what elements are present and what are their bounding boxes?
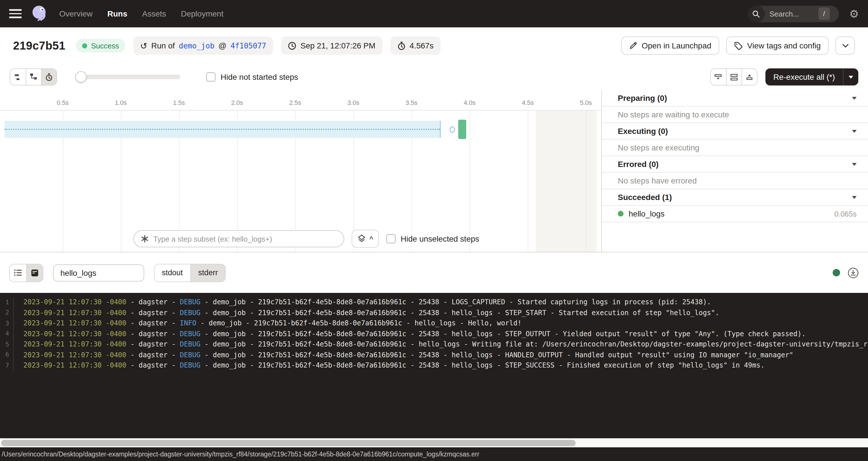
expand-panel-button[interactable] — [742, 69, 757, 85]
caret-down-icon — [852, 196, 857, 198]
raw-log-view-button[interactable] — [26, 264, 43, 281]
log-line: 62023-09-21 12:07:30 -0400 - dagster - D… — [0, 349, 868, 360]
open-in-launchpad-button[interactable]: Open in Launchpad — [621, 36, 719, 55]
view-tags-config-button[interactable]: View tags and config — [726, 36, 829, 55]
gantt-zoom-slider[interactable] — [76, 71, 180, 83]
step-subset-inputbox[interactable] — [133, 230, 344, 247]
nav-item-deployment[interactable]: Deployment — [181, 9, 223, 18]
timestamp-chip: Sep 21, 12:07:26 PM — [281, 36, 382, 55]
reexecute-all-button[interactable]: Re-execute all (*) — [766, 68, 843, 86]
run-of-at: @ — [219, 41, 226, 50]
nav-item-overview[interactable]: Overview — [59, 9, 93, 18]
log-timestamp: 2023-09-21 12:07:30 -0400 — [23, 309, 126, 317]
panel-section-header[interactable]: Preparing (0) — [602, 90, 868, 106]
waiting-dotted-line — [5, 129, 440, 130]
caret-down-icon — [852, 130, 857, 132]
hide-not-started-checkbox[interactable] — [206, 72, 215, 82]
split-panel-button[interactable] — [726, 69, 742, 85]
log-line-text: 2023-09-21 12:07:30 -0400 - dagster - DE… — [14, 330, 806, 338]
log-line: 12023-09-21 12:07:30 -0400 - dagster - D… — [0, 297, 868, 307]
dagster-logo-icon[interactable] — [30, 4, 49, 23]
waterfall-view-button[interactable] — [26, 69, 41, 85]
layers-icon — [358, 234, 366, 243]
log-line-number: 2 — [0, 307, 14, 318]
search-input[interactable] — [769, 9, 818, 18]
panel-empty-message: No steps have errored — [602, 173, 868, 189]
panel-section-header[interactable]: Executing (0) — [602, 123, 868, 140]
gantt-time-axis: 0.5s1.0s1.5s2.0s2.5s3.0s3.5s4.0s4.5s5.0s — [0, 90, 601, 111]
slider-knob[interactable] — [75, 71, 87, 83]
step-subset-row: ^ Hide unselected steps — [133, 229, 479, 248]
flat-view-button[interactable] — [10, 69, 26, 85]
log-file-path: /Users/erincochran/Desktop/dagster-examp… — [2, 451, 479, 458]
duration-view-button[interactable] — [41, 69, 56, 85]
log-line-text: 2023-09-21 12:07:30 -0400 - dagster - DE… — [14, 340, 868, 348]
log-timestamp: 2023-09-21 12:07:30 -0400 — [23, 362, 126, 370]
gear-icon[interactable]: ⚙ — [849, 8, 859, 19]
panel-section-header[interactable]: Errored (0) — [602, 156, 868, 173]
axis-tick: 4.0s — [453, 99, 487, 106]
nav-item-runs[interactable]: Runs — [107, 9, 127, 18]
hamburger-menu-icon[interactable] — [9, 9, 22, 18]
log-line-number: 1 — [0, 297, 14, 307]
panel-section-title: Errored (0) — [618, 159, 658, 169]
op-selector-icon — [141, 235, 149, 243]
axis-tick: 1.5s — [162, 99, 196, 106]
log-horizontal-scrollbar — [0, 438, 868, 447]
status-label: Success — [91, 41, 119, 50]
log-level: INFO — [180, 319, 196, 327]
panel-section-header[interactable]: Succeeded (1) — [602, 189, 868, 206]
global-search[interactable]: / — [748, 5, 839, 22]
log-line-number: 7 — [0, 360, 14, 371]
log-tab-stdout[interactable]: stdout — [154, 264, 190, 281]
axis-tick: 2.0s — [220, 99, 254, 106]
hide-unselected-label: Hide unselected steps — [401, 234, 479, 243]
structured-log-view-button[interactable] — [10, 264, 26, 281]
duration-chip: 4.567s — [390, 36, 440, 55]
step-success-dot-icon — [618, 211, 623, 217]
panel-step-row[interactable]: hello_logs0.065s — [602, 206, 868, 222]
log-line-text: 2023-09-21 12:07:30 -0400 - dagster - IN… — [14, 319, 522, 327]
log-output: 12023-09-21 12:07:30 -0400 - dagster - D… — [0, 293, 868, 438]
hide-unselected-checkbox[interactable] — [386, 234, 396, 243]
log-line-text: 2023-09-21 12:07:30 -0400 - dagster - DE… — [14, 351, 793, 359]
open-in-launchpad-label: Open in Launchpad — [642, 41, 711, 50]
log-tab-stderr[interactable]: stderr — [190, 264, 225, 281]
chevron-down-icon — [842, 43, 848, 48]
axis-gridline — [528, 111, 528, 252]
gantt-view-mode-group — [10, 68, 57, 86]
commit-link[interactable]: 4f105077 — [230, 41, 266, 50]
run-of-chip: ↺ Run of demo_job @ 4f105077 — [133, 36, 273, 55]
nav-item-assets[interactable]: Assets — [142, 9, 166, 18]
log-level: DEBUG — [180, 351, 200, 359]
search-icon — [748, 5, 765, 22]
download-logs-icon[interactable] — [847, 267, 859, 278]
nav-items: OverviewRunsAssetsDeployment — [59, 9, 223, 18]
step-subset-input[interactable] — [153, 235, 337, 243]
axis-tick: 3.0s — [336, 99, 370, 106]
slider-track[interactable] — [76, 75, 180, 79]
scrollbar-thumb[interactable] — [1, 440, 576, 446]
log-line-number: 6 — [0, 349, 14, 360]
log-timestamp: 2023-09-21 12:07:30 -0400 — [23, 319, 126, 327]
panel-layout-group — [710, 68, 757, 86]
step-duration: 0.065s — [834, 209, 857, 218]
log-line: 22023-09-21 12:07:30 -0400 - dagster - D… — [0, 307, 868, 318]
job-link[interactable]: demo_job — [179, 41, 214, 50]
log-view-mode-group — [9, 264, 43, 282]
log-timestamp: 2023-09-21 12:07:30 -0400 — [23, 340, 126, 348]
pencil-icon — [629, 41, 637, 50]
reexecute-menu-button[interactable] — [843, 68, 858, 86]
panel-empty-message: No steps are executing — [602, 140, 868, 156]
log-filter-input[interactable] — [53, 264, 144, 281]
step-waiting-bar[interactable] — [5, 121, 440, 138]
run-actions-menu-button[interactable] — [836, 36, 855, 55]
log-statusbar: /Users/erincochran/Desktop/dagster-examp… — [0, 447, 868, 461]
graph-query-toggle-button[interactable]: ^ — [352, 229, 379, 248]
axis-tick: 1.0s — [104, 99, 138, 106]
log-line: 52023-09-21 12:07:30 -0400 - dagster - D… — [0, 339, 868, 349]
stopwatch-icon — [397, 41, 405, 50]
collapse-panel-button[interactable] — [711, 69, 726, 85]
log-line-number: 5 — [0, 339, 14, 349]
gantt-step-bar-hello_logs[interactable] — [458, 120, 466, 139]
